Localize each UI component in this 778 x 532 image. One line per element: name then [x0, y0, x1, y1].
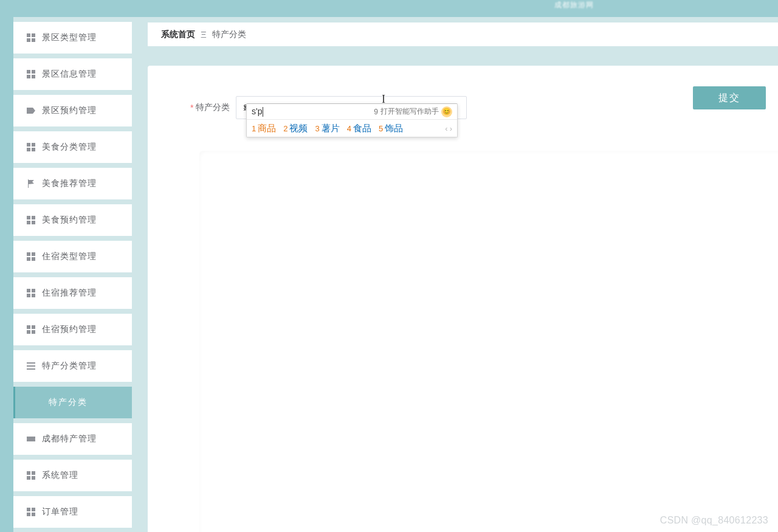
sidebar-item-label: 系统管理	[42, 470, 78, 481]
svg-rect-26	[27, 330, 30, 334]
svg-rect-21	[32, 289, 35, 292]
sidebar-item-label: 特产分类	[49, 397, 88, 408]
ime-candidate-4[interactable]: 4食品	[347, 123, 371, 134]
svg-rect-16	[27, 252, 30, 256]
ime-prev-page[interactable]: ‹	[445, 124, 447, 133]
svg-rect-38	[32, 513, 35, 516]
sidebar-item-label: 景区类型管理	[42, 32, 97, 43]
sidebar-item-label: 美食推荐管理	[42, 178, 97, 189]
submit-button[interactable]: 提交	[693, 86, 766, 109]
ime-candidate-3[interactable]: 3薯片	[315, 123, 339, 134]
svg-rect-25	[32, 325, 35, 329]
svg-rect-11	[32, 148, 35, 151]
content-blank-area	[199, 151, 778, 532]
sidebar-item-1[interactable]: 景区信息管理	[13, 58, 132, 90]
ticket-icon	[27, 435, 35, 443]
sidebar-item-2[interactable]: 景区预约管理	[13, 95, 132, 126]
svg-rect-9	[32, 143, 35, 147]
ime-assist-emoji-icon: 😊	[441, 106, 452, 117]
svg-rect-37	[27, 513, 30, 516]
svg-rect-15	[32, 221, 35, 224]
svg-rect-35	[27, 508, 30, 511]
sidebar-item-label: 住宿类型管理	[42, 251, 97, 262]
grid-icon	[27, 33, 35, 42]
watermark-text: CSDN @qq_840612233	[660, 515, 768, 526]
svg-rect-2	[27, 38, 30, 42]
top-header-bar: 成都旅游网	[13, 0, 778, 17]
grid-icon	[27, 70, 35, 78]
sidebar-item-6[interactable]: 住宿类型管理	[13, 241, 132, 272]
sidebar-item-3[interactable]: 美食分类管理	[13, 131, 132, 163]
flag-icon	[27, 179, 35, 188]
grid-icon	[27, 143, 35, 151]
ime-cand-text: 食品	[353, 123, 371, 134]
sidebar-item-label: 美食预约管理	[42, 215, 97, 226]
grid-icon	[27, 325, 35, 334]
svg-rect-29	[27, 365, 35, 367]
ime-cand-text: 饰品	[385, 123, 403, 134]
sidebar-item-4[interactable]: 美食推荐管理	[13, 168, 132, 199]
label-icon	[27, 106, 35, 115]
svg-rect-36	[32, 508, 35, 511]
ime-cand-num: 3	[315, 124, 319, 133]
sidebar-item-label: 住宿推荐管理	[42, 288, 97, 299]
sidebar-item-label: 订单管理	[42, 506, 78, 517]
svg-rect-3	[32, 38, 35, 42]
sidebar-item-10[interactable]: 特产分类	[13, 387, 132, 418]
sidebar-item-11[interactable]: 成都特产管理	[13, 423, 132, 455]
required-marker: *	[190, 103, 193, 112]
site-title: 成都旅游网	[554, 0, 594, 10]
ime-candidate-5[interactable]: 5饰品	[379, 123, 403, 134]
breadcrumb-page: 特产分类	[212, 29, 246, 40]
sidebar-item-9[interactable]: 特产分类管理	[13, 350, 132, 382]
svg-rect-20	[27, 289, 30, 292]
ime-cand-num: 1	[252, 124, 256, 133]
svg-rect-4	[27, 70, 30, 74]
sidebar-item-13[interactable]: 订单管理	[13, 496, 132, 528]
svg-rect-27	[32, 330, 35, 334]
sidebar-nav: 景区类型管理景区信息管理景区预约管理美食分类管理美食推荐管理美食预约管理住宿类型…	[13, 17, 132, 532]
left-edge-strip	[0, 0, 13, 532]
breadcrumb-separator-icon: Ξ	[201, 29, 207, 40]
ime-candidate-1[interactable]: 1商品	[252, 123, 276, 134]
breadcrumb: 系统首页 Ξ 特产分类	[148, 22, 778, 46]
svg-rect-34	[32, 476, 35, 480]
grid-icon	[27, 508, 35, 516]
svg-rect-17	[32, 252, 35, 256]
ime-composition-row: s'p 9 打开智能写作助手 😊	[247, 104, 457, 120]
field-label-category: 特产分类	[196, 102, 230, 113]
ime-cand-text: 薯片	[322, 123, 340, 134]
grid-icon	[27, 252, 35, 261]
svg-rect-14	[27, 221, 30, 224]
svg-rect-10	[27, 148, 30, 151]
sidebar-item-8[interactable]: 住宿预约管理	[13, 314, 132, 345]
svg-rect-32	[32, 471, 35, 475]
content-panel: * 特产分类 sp 提交	[148, 66, 778, 532]
grid-icon	[27, 216, 35, 224]
svg-rect-13	[32, 216, 35, 219]
sidebar-item-label: 景区预约管理	[42, 105, 97, 116]
svg-rect-28	[27, 362, 35, 364]
ime-cand-num: 4	[347, 124, 351, 133]
ime-assist-text: 打开智能写作助手	[380, 106, 439, 117]
ime-candidates-row: 1商品2视频3薯片4食品5饰品 ‹ ›	[247, 120, 457, 137]
ime-assist-number: 9	[374, 108, 378, 116]
svg-rect-33	[27, 476, 30, 480]
sidebar-item-0[interactable]: 景区类型管理	[13, 22, 132, 54]
sidebar-item-5[interactable]: 美食预约管理	[13, 204, 132, 236]
ime-candidate-2[interactable]: 2视频	[283, 123, 308, 134]
ime-assist-hint[interactable]: 9 打开智能写作助手 😊	[374, 106, 452, 117]
svg-rect-18	[27, 257, 30, 261]
sidebar-item-7[interactable]: 住宿推荐管理	[13, 277, 132, 309]
svg-rect-22	[27, 294, 30, 297]
grid-icon	[27, 471, 35, 480]
ime-popup: s'p 9 打开智能写作助手 😊 1商品2视频3薯片4食品5饰品 ‹ ›	[246, 103, 458, 137]
sidebar-item-label: 成都特产管理	[42, 434, 97, 444]
ime-next-page[interactable]: ›	[450, 124, 452, 133]
sidebar-item-label: 景区信息管理	[42, 69, 97, 80]
sidebar-item-12[interactable]: 系统管理	[13, 460, 132, 491]
ime-cand-num: 2	[283, 124, 287, 133]
grid-icon	[27, 289, 35, 297]
breadcrumb-home[interactable]: 系统首页	[161, 29, 195, 40]
ime-pinyin: s'p	[252, 107, 263, 117]
